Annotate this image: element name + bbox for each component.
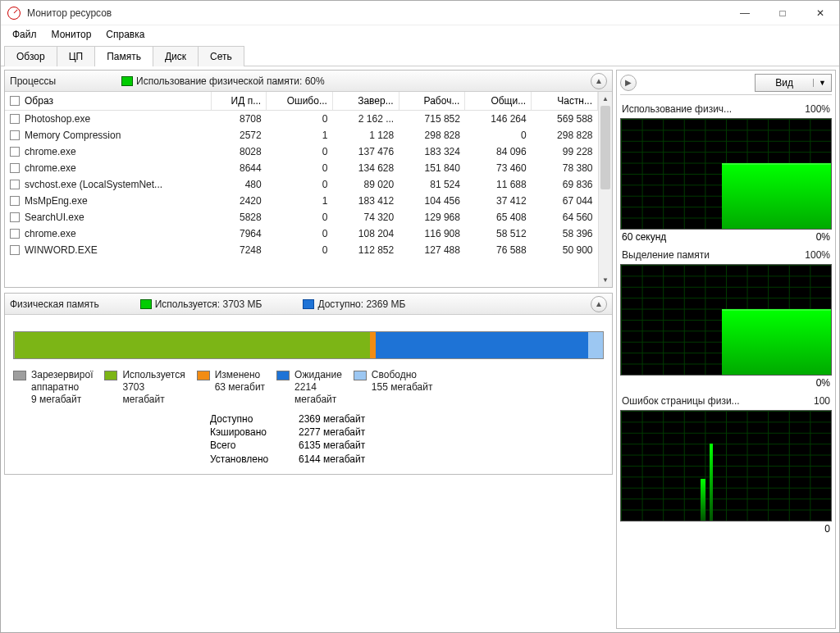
graph-canvas (620, 118, 832, 230)
process-name: chrome.exe (25, 146, 76, 157)
graph-max: 100% (805, 249, 830, 261)
close-button[interactable]: ✕ (801, 1, 839, 25)
graph-title: Ошибок страницы физи... (622, 395, 740, 407)
legend-item: Свободно155 мегабайт (354, 369, 433, 406)
graph-footer-right: 0 (824, 523, 830, 535)
scroll-down-icon[interactable]: ▼ (599, 273, 612, 287)
table-row[interactable]: chrome.exe 79640108 204116 90858 51258 3… (5, 225, 598, 242)
maximize-button[interactable]: □ (764, 1, 801, 25)
table-row[interactable]: MsMpEng.exe 24201183 412104 45637 41267 … (5, 193, 598, 209)
table-row[interactable]: SearchUI.exe 5828074 320129 96865 40864 … (5, 209, 598, 225)
tab-disk[interactable]: Диск (153, 46, 199, 66)
process-name: svchost.exe (LocalSystemNet... (25, 179, 162, 190)
scroll-up-icon[interactable]: ▲ (599, 92, 612, 106)
legend-item: Зарезервироїаппаратно9 мегабайт (13, 369, 93, 406)
row-checkbox[interactable] (10, 245, 20, 255)
memory-usage-metric: Использование физической памяти: 60% (121, 75, 325, 87)
col-pid[interactable]: ИД п... (211, 92, 267, 111)
col-shared[interactable]: Общи... (465, 92, 532, 111)
graph-block: Использование физич...100% 60 секунд0% (620, 102, 832, 248)
tab-overview[interactable]: Обзор (4, 46, 57, 66)
table-row[interactable]: WINWORD.EXE 72480112 852127 48876 58850 … (5, 242, 598, 258)
process-name: Memory Compression (25, 130, 121, 141)
expand-graphs-button[interactable]: ▶ (620, 75, 637, 91)
row-checkbox[interactable] (10, 147, 20, 157)
row-checkbox[interactable] (10, 114, 20, 124)
minimize-button[interactable]: — (726, 1, 764, 25)
processes-title: Процессы (10, 75, 56, 87)
process-name: Photoshop.exe (25, 113, 90, 125)
tab-memory[interactable]: Память (94, 46, 153, 66)
processes-panel: Процессы Использование физической памяти… (4, 70, 613, 288)
graphs-sidebar: ▶ Вид ▼ Использование физич...100% 60 се… (616, 70, 836, 629)
graph-title: Использование физич... (622, 103, 732, 115)
physical-memory-title: Физическая память (10, 298, 99, 310)
app-icon (7, 7, 21, 20)
row-checkbox[interactable] (10, 212, 20, 222)
collapse-memory-button[interactable]: ▲ (591, 296, 607, 312)
process-scrollbar[interactable]: ▲ ▼ (598, 92, 612, 287)
memory-bar-segment (370, 332, 376, 358)
chevron-down-icon: ▼ (813, 79, 831, 87)
menu-monitor[interactable]: Монитор (45, 27, 98, 42)
process-name: SearchUI.exe (25, 212, 84, 223)
col-commit[interactable]: Завер... (332, 92, 399, 111)
graph-footer-right: 0% (816, 231, 830, 243)
menu-bar: Файл Монитор Справка (1, 25, 839, 43)
collapse-processes-button[interactable]: ▲ (591, 73, 607, 89)
graph-footer-left: 60 секунд (622, 231, 666, 243)
legend-item: Ожидание2214мегабайт (276, 369, 342, 406)
graph-footer-right: 0% (816, 377, 830, 389)
menu-help[interactable]: Справка (99, 27, 151, 42)
tab-bar: Обзор ЦП Память Диск Сеть (1, 43, 839, 66)
memory-usage-label: Использование физической памяти: 60% (136, 75, 325, 87)
table-row[interactable]: chrome.exe 80280137 476183 32484 09699 2… (5, 143, 598, 160)
legend-swatch (13, 371, 26, 380)
graph-block: Выделение памяти100% 0% (620, 248, 832, 394)
in-use-metric: Используется: 3703 МБ (140, 298, 262, 310)
physical-memory-panel: Физическая память Используется: 3703 МБ … (4, 293, 613, 475)
view-dropdown[interactable]: Вид ▼ (755, 74, 832, 92)
graph-block: Ошибок страницы физи...100 0 (620, 394, 832, 540)
table-row[interactable]: Memory Compression 257211 128298 8280298… (5, 127, 598, 143)
graph-max: 100 (814, 395, 830, 407)
legend-item: Изменено63 мегабит (197, 369, 265, 406)
memory-legend: Зарезервироїаппаратно9 мегабайтИспользуе… (13, 369, 604, 406)
col-faults[interactable]: Ошибо... (267, 92, 333, 111)
col-image[interactable]: Образ (5, 92, 211, 111)
select-all-checkbox[interactable] (10, 96, 20, 106)
tab-cpu[interactable]: ЦП (57, 46, 96, 66)
graph-title: Выделение памяти (622, 249, 710, 261)
process-name: MsMpEng.exe (25, 195, 88, 207)
tab-network[interactable]: Сеть (198, 46, 244, 66)
memory-stats: Доступно2369 мегабайт Кэшировано2277 мег… (210, 412, 604, 466)
table-row[interactable]: chrome.exe 86440134 628151 84073 46078 3… (5, 160, 598, 176)
memory-bar-segment (15, 332, 370, 358)
memory-bar-segment (588, 332, 603, 358)
legend-swatch (104, 371, 117, 380)
process-table[interactable]: Образ ИД п... Ошибо... Завер... Рабоч...… (5, 92, 598, 287)
row-checkbox[interactable] (10, 180, 20, 189)
graph-canvas (620, 264, 832, 376)
graph-max: 100% (805, 103, 830, 115)
table-row[interactable]: svchost.exe (LocalSystemNet... 480089 02… (5, 176, 598, 193)
process-name: chrome.exe (25, 228, 76, 239)
row-checkbox[interactable] (10, 130, 20, 140)
titlebar: Монитор ресурсов — □ ✕ (1, 1, 839, 25)
col-private[interactable]: Частн... (532, 92, 598, 111)
menu-file[interactable]: Файл (6, 27, 43, 42)
row-checkbox[interactable] (10, 229, 20, 239)
memory-bar-chart (13, 331, 604, 359)
legend-swatch (197, 371, 210, 380)
row-checkbox[interactable] (10, 196, 20, 206)
legend-swatch (276, 371, 290, 380)
col-working[interactable]: Рабоч... (399, 92, 465, 111)
available-metric: Доступно: 2369 МБ (303, 298, 405, 310)
table-row[interactable]: Photoshop.exe 870802 162 ...715 852146 2… (5, 111, 598, 128)
memory-bar-segment (376, 332, 588, 358)
legend-swatch (354, 371, 367, 380)
legend-item: Используется3703мегабайт (104, 369, 185, 406)
process-name: chrome.exe (25, 162, 76, 174)
row-checkbox[interactable] (10, 163, 20, 173)
process-name: WINWORD.EXE (25, 244, 98, 256)
